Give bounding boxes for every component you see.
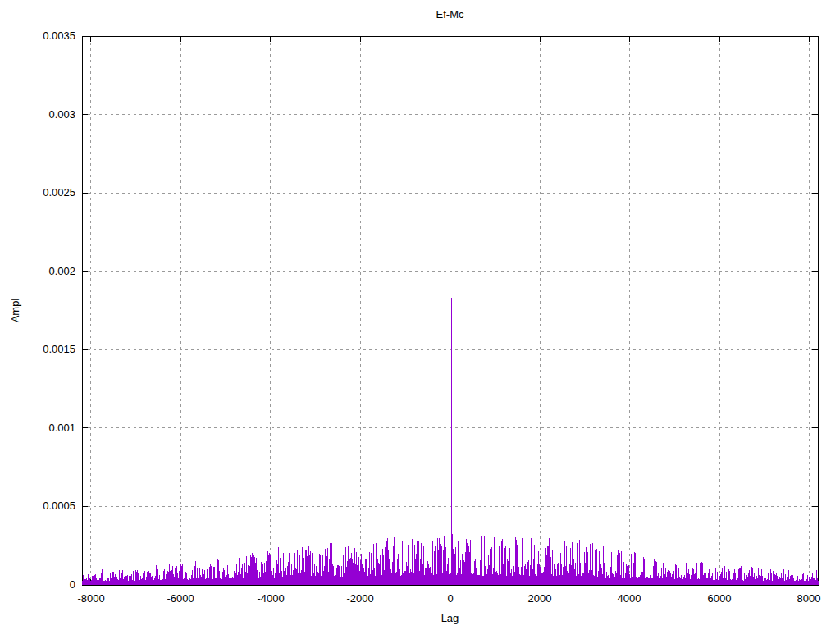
x-tick-label: 2000 (503, 592, 577, 605)
x-tick-label: -2000 (323, 592, 397, 605)
x-tick-label: 0 (413, 592, 487, 605)
y-tick-label: 0.002 (0, 265, 75, 277)
x-tick-label: -8000 (54, 592, 128, 605)
y-tick-label: 0 (0, 578, 75, 591)
x-tick-label: -4000 (234, 592, 308, 605)
y-tick-label: 0.0035 (0, 30, 75, 42)
y-tick-label: 0.0015 (0, 343, 75, 355)
y-axis-label: Ampl (9, 286, 21, 336)
x-tick-label: 6000 (682, 592, 756, 605)
x-axis-label: Lag (82, 612, 818, 624)
x-tick-label: 4000 (592, 592, 666, 605)
y-tick-label: 0.0005 (0, 500, 75, 512)
y-tick-label: 0.001 (0, 422, 75, 434)
y-tick-label: 0.0025 (0, 186, 75, 199)
x-tick-label: -6000 (144, 592, 217, 605)
chart-title: Ef-Mc (82, 8, 818, 21)
y-tick-label: 0.003 (0, 108, 75, 121)
plot-area (0, 0, 840, 630)
x-tick-label: 8000 (772, 592, 840, 605)
gnuplot-chart-window: Ef-Mc Ampl Lag -8000-6000-4000-200002000… (0, 0, 840, 630)
